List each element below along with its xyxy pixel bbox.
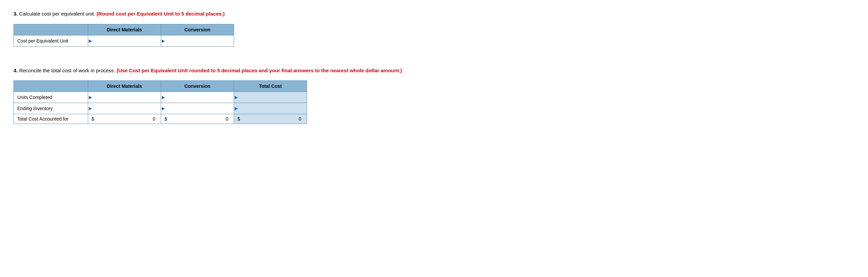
table-row: Cost per Equivalent Unit ▶ ▶ [14,35,234,46]
ending-inv-dm-cell[interactable]: ▶ [88,103,161,114]
ending-inv-total-cell[interactable]: ▶ [234,103,307,114]
ending-inv-conv-input[interactable] [164,105,230,112]
arrow-icon-ei-conv: ▶ [162,106,165,111]
ending-inv-conv-cell[interactable]: ▶ [161,103,234,114]
total-cost-dm-value: $ 0 [92,116,157,122]
total-cost-dm-cell: $ 0 [88,114,161,124]
total-cost-total-symbol: $ [237,116,240,122]
cost-conv-input[interactable] [164,37,230,44]
total-cost-dm-symbol: $ [92,116,94,122]
section-4-text: Reconcile the total cost of work in proc… [19,68,117,73]
section-3-table: Direct Materials Conversion Cost per Equ… [14,24,234,47]
total-cost-conv-value: $ 0 [164,116,230,122]
total-cost-row: Total Cost Accounted for $ 0 $ 0 $ [14,114,307,124]
total-cost-label: Total Cost Accounted for [14,114,88,124]
arrow-icon-uc-dm: ▶ [89,95,92,100]
section4-corner-header [14,81,88,92]
ending-inv-dm-input[interactable] [92,105,157,112]
section-4-number: 4. [14,68,18,73]
section3-col1-header: Direct Materials [88,24,161,35]
total-cost-conv-cell: $ 0 [161,114,234,124]
units-completed-conv-input[interactable] [164,94,230,101]
total-cost-total-number: 0 [241,116,303,122]
cost-dm-cell[interactable]: ▶ [88,35,161,46]
section-4-highlight: (Use Cost per Equivalent Unit rounded to… [117,68,402,73]
arrow-icon-dm: ▶ [89,39,92,43]
section-3-text: Calculate cost per equivalent unit. [19,11,97,17]
section-3: 3. Calculate cost per equivalent unit. (… [14,10,854,47]
section4-col3-header: Total Cost [234,81,307,92]
arrow-icon-conv: ▶ [162,39,165,43]
cost-conv-cell[interactable]: ▶ [161,35,234,46]
total-cost-dm-number: 0 [96,116,157,122]
total-cost-conv-number: 0 [169,116,230,122]
arrow-icon-ei-total: ▶ [235,106,238,111]
section-4-title: 4. Reconcile the total cost of work in p… [14,67,854,75]
ending-inventory-label: Ending Inventory [14,103,88,114]
ending-inventory-row: Ending Inventory ▶ ▶ ▶ [14,103,307,114]
section-3-highlight: (Round cost per Equivalent Unit to 5 dec… [97,11,225,17]
units-completed-row: Units Completed ▶ ▶ ▶ [14,92,307,103]
units-completed-total-input[interactable] [237,94,303,101]
section3-col2-header: Conversion [161,24,234,35]
section4-col1-header: Direct Materials [88,81,161,92]
total-cost-total-cell: $ 0 [234,114,307,124]
section-3-title: 3. Calculate cost per equivalent unit. (… [14,10,854,18]
units-completed-conv-cell[interactable]: ▶ [161,92,234,103]
section4-col2-header: Conversion [161,81,234,92]
units-completed-label: Units Completed [14,92,88,103]
cost-per-equiv-unit-label: Cost per Equivalent Unit [14,35,88,46]
total-cost-conv-symbol: $ [164,116,167,122]
section-3-number: 3. [14,11,18,17]
units-completed-total-cell[interactable]: ▶ [234,92,307,103]
arrow-icon-uc-total: ▶ [235,95,238,100]
units-completed-dm-cell[interactable]: ▶ [88,92,161,103]
total-cost-total-value: $ 0 [237,116,303,122]
section3-corner-header [14,24,88,35]
cost-dm-input[interactable] [92,37,157,44]
units-completed-dm-input[interactable] [92,94,157,101]
arrow-icon-uc-conv: ▶ [162,95,165,100]
ending-inv-total-input[interactable] [237,105,303,112]
section-4-table: Direct Materials Conversion Total Cost U… [14,80,307,124]
section-4: 4. Reconcile the total cost of work in p… [14,67,854,124]
arrow-icon-ei-dm: ▶ [89,106,92,111]
